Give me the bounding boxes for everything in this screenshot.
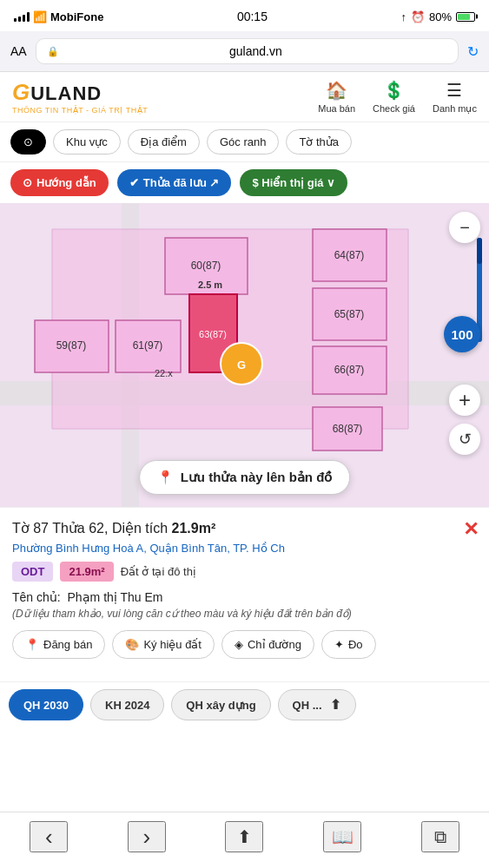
svg-text:64(87): 64(87) bbox=[334, 249, 365, 261]
info-note: (Dữ liệu tham khảo, vui lòng căn cứ theo… bbox=[12, 608, 477, 620]
lock-icon: 🔒 bbox=[47, 46, 59, 57]
tab-qh-more[interactable]: QH ... ⬆ bbox=[278, 689, 357, 720]
address-quan[interactable]: Quận Bình Tân bbox=[149, 542, 227, 555]
logo-area: GULAND THÔNG TIN THẬT - GIÁ TRỊ THẬT bbox=[12, 79, 148, 115]
luu-icon: 📍 bbox=[157, 470, 174, 485]
nav-bookmarks-btn[interactable]: 📖 bbox=[323, 821, 361, 852]
reload-icon[interactable]: ↻ bbox=[467, 43, 479, 60]
dang-ban-icon: 📍 bbox=[25, 638, 39, 651]
battery-icon bbox=[456, 12, 475, 22]
book-icon: 📖 bbox=[332, 826, 354, 847]
nav-label-check-gia: Check giá bbox=[373, 103, 415, 114]
info-panel: ✕ Tờ 87 Thửa 62, Diện tích 21.9m² Phường… bbox=[0, 507, 489, 681]
svg-text:60(87): 60(87) bbox=[191, 260, 221, 272]
ky-hieu-dat-btn[interactable]: 🎨 Ký hiệu đất bbox=[112, 630, 215, 659]
carrier-label: MobiFone bbox=[50, 10, 103, 23]
filter-to-thua[interactable]: Tờ thửa bbox=[286, 129, 352, 155]
tab-qh-more-label: QH ... bbox=[293, 699, 322, 712]
share-nav-icon: ⬆ bbox=[237, 826, 252, 847]
zoom-in-btn[interactable]: + bbox=[449, 385, 480, 416]
thua-da-luu-label: Thửa đã lưu ↗ bbox=[143, 176, 220, 189]
alarm-icon: ⏰ bbox=[411, 10, 425, 23]
status-time: 00:15 bbox=[237, 10, 268, 23]
info-owner: Tên chủ: Phạm thị Thu Em bbox=[12, 590, 477, 604]
menu-icon: ☰ bbox=[446, 80, 462, 101]
info-title: Tờ 87 Thửa 62, Diện tích 21.9m² bbox=[12, 520, 477, 536]
dollar-icon: 💲 bbox=[383, 80, 405, 101]
hien-thi-gia-btn[interactable]: $ Hiển thị giá ∨ bbox=[240, 169, 347, 196]
bottom-nav: ‹ › ⬆ 📖 ⧉ bbox=[0, 812, 489, 868]
do-btn[interactable]: ✦ Đo bbox=[321, 630, 376, 659]
wifi-icon: 📶 bbox=[33, 10, 47, 23]
tab-qh-xay-dung[interactable]: QH xây dựng bbox=[171, 689, 270, 720]
filter-goc-ranh[interactable]: Góc ranh bbox=[207, 129, 279, 155]
status-bar: 📶 MobiFone 00:15 ↑ ⏰ 80% bbox=[0, 0, 489, 31]
do-label: Đo bbox=[348, 638, 363, 651]
thua-da-luu-btn[interactable]: ✔ Thửa đã lưu ↗ bbox=[117, 169, 232, 196]
map-slider-thumb bbox=[477, 238, 482, 264]
close-btn[interactable]: ✕ bbox=[463, 518, 479, 541]
svg-text:66(87): 66(87) bbox=[334, 364, 365, 376]
browser-url: guland.vn bbox=[64, 44, 447, 58]
nav-back-btn[interactable]: ‹ bbox=[30, 821, 68, 852]
dang-ban-btn[interactable]: 📍 Đăng bán bbox=[12, 630, 105, 659]
svg-text:63(87): 63(87) bbox=[199, 329, 227, 339]
luu-thua-btn[interactable]: 📍 Lưu thửa này lên bản đồ bbox=[139, 460, 351, 495]
logo-text: GULAND bbox=[12, 79, 148, 106]
reload-map-btn[interactable]: ↺ bbox=[449, 424, 480, 455]
owner-name: Phạm thị Thu Em bbox=[67, 590, 162, 604]
filter-khu-vuc[interactable]: Khu vực bbox=[53, 129, 121, 155]
browser-bar: AA 🔒 guland.vn ↻ bbox=[0, 31, 489, 72]
dang-ban-label: Đăng bán bbox=[43, 638, 92, 651]
browser-url-box[interactable]: 🔒 guland.vn bbox=[36, 38, 459, 64]
tag-area: 21.9m² bbox=[60, 562, 113, 582]
ky-hieu-icon: 🎨 bbox=[125, 638, 139, 651]
status-left: 📶 MobiFone bbox=[14, 10, 103, 23]
logo-subtitle: THÔNG TIN THẬT - GIÁ TRỊ THẬT bbox=[12, 106, 148, 115]
address-tp[interactable]: TP. Hồ Ch bbox=[233, 542, 285, 555]
arrow-icon: ↑ bbox=[400, 10, 406, 23]
info-tags: ODT 21.9m² Đất ở tại đô thị bbox=[12, 562, 477, 582]
map-area[interactable]: 60(87) 64(87) 65(87) 66(87) 59(87) 61(97… bbox=[0, 203, 489, 507]
signal-icon bbox=[14, 11, 30, 22]
chi-duong-btn[interactable]: ◈ Chỉ đường bbox=[221, 630, 314, 659]
svg-text:G: G bbox=[237, 358, 246, 372]
address-phuong[interactable]: Phường Bình Hưng Hoà A bbox=[12, 542, 143, 555]
huong-dan-btn[interactable]: ⊙ Hướng dẫn bbox=[10, 169, 109, 196]
info-title-text: Tờ 87 Thửa 62, Diện tích bbox=[12, 521, 172, 536]
svg-text:68(87): 68(87) bbox=[333, 423, 363, 435]
app-header: GULAND THÔNG TIN THẬT - GIÁ TRỊ THẬT 🏠 M… bbox=[0, 72, 489, 122]
filter-location-btn[interactable]: ⊙ bbox=[10, 129, 46, 155]
svg-text:2.5 m: 2.5 m bbox=[198, 279, 222, 290]
battery-percent: 80% bbox=[429, 10, 452, 23]
nav-share-btn[interactable]: ⬆ bbox=[225, 821, 263, 852]
nav-item-danh-muc[interactable]: ☰ Danh mục bbox=[433, 80, 477, 115]
hien-thi-gia-label: $ Hiển thị giá ∨ bbox=[252, 176, 335, 189]
logo-main: ULAND bbox=[30, 82, 102, 104]
map-circle-100: 100 bbox=[444, 316, 480, 352]
house-icon: 🏠 bbox=[326, 80, 347, 101]
check-icon: ✔ bbox=[129, 176, 139, 189]
zoom-out-btn[interactable]: − bbox=[449, 212, 480, 243]
forward-icon: › bbox=[143, 824, 151, 851]
ky-hieu-label: Ký hiệu đất bbox=[143, 638, 202, 651]
tab-kh2024[interactable]: KH 2024 bbox=[90, 689, 164, 720]
svg-text:59(87): 59(87) bbox=[56, 339, 87, 352]
huong-dan-label: Hướng dẫn bbox=[36, 176, 96, 189]
owner-label: Tên chủ: bbox=[12, 590, 61, 604]
do-icon: ✦ bbox=[334, 638, 344, 651]
nav-item-check-gia[interactable]: 💲 Check giá bbox=[373, 80, 415, 114]
nav-item-mua-ban[interactable]: 🏠 Mua bán bbox=[318, 80, 355, 114]
info-address: Phường Bình Hưng Hoà A, Quận Bình Tân, T… bbox=[12, 542, 477, 555]
filter-dia-diem[interactable]: Địa điểm bbox=[128, 129, 200, 155]
circle-icon: ⊙ bbox=[23, 176, 32, 189]
tab-qh2030[interactable]: QH 2030 bbox=[9, 689, 83, 720]
svg-text:22.x: 22.x bbox=[155, 368, 173, 378]
filter-bar: ⊙ Khu vực Địa điểm Góc ranh Tờ thửa bbox=[0, 122, 489, 162]
tag-odt: ODT bbox=[12, 562, 53, 582]
browser-aa[interactable]: AA bbox=[10, 44, 27, 58]
nav-tabs-btn[interactable]: ⧉ bbox=[421, 821, 459, 852]
info-area-bold: 21.9m² bbox=[172, 521, 216, 536]
nav-forward-btn[interactable]: › bbox=[128, 821, 166, 852]
location-icon: ⊙ bbox=[23, 135, 33, 148]
